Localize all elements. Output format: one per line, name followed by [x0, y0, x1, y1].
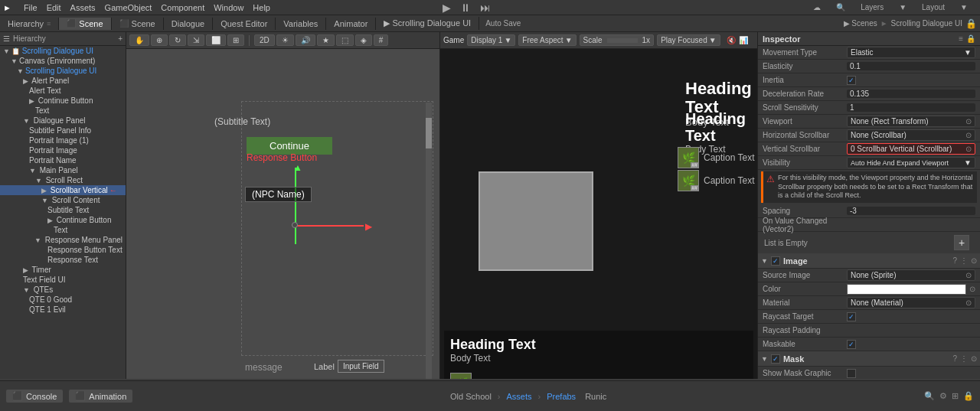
hierarchy-continue-btn[interactable]: ▶ Continue Button [0, 96, 126, 106]
raycast-target-checkbox[interactable]: ✓ [847, 312, 856, 321]
hierarchy-text-field-ui[interactable]: Text Field UI [0, 275, 126, 285]
hierarchy-scrollbar-vertical[interactable]: ▶ Scrollbar Vertical ← [0, 185, 126, 195]
hierarchy-alert-panel[interactable]: ▶ Alert Panel [0, 76, 126, 86]
console-tab[interactable]: ⬛ Console [6, 390, 63, 403]
tab-hierarchy[interactable]: Hierarchy ≡ [0, 18, 59, 30]
search-icon[interactable]: 🔍 [836, 3, 845, 11]
color-dot-icon[interactable]: ⊙ [969, 285, 975, 293]
scene-scrollbar[interactable] [426, 103, 432, 379]
animation-tab[interactable]: ⬛ Animation [69, 390, 132, 403]
tab-menu-icon[interactable]: ≡ [47, 20, 51, 28]
image-checkbox[interactable]: ✓ [771, 256, 780, 266]
bottom-search-icon[interactable]: 🔍 [924, 391, 935, 401]
pause-button[interactable]: ⏸ [457, 0, 474, 15]
v-scrollbar-value[interactable]: 0 Scrollbar Vertical (Scrollbar) ⊙ [847, 143, 975, 155]
hierarchy-main-panel[interactable]: ▼ Main Panel [0, 165, 126, 175]
layout-dropdown[interactable]: Layout [922, 3, 945, 11]
hierarchy-text-2[interactable]: Text [0, 225, 126, 235]
show-mask-checkbox[interactable] [847, 369, 856, 378]
hierarchy-text[interactable]: Text [0, 106, 126, 116]
scene-scale-tool[interactable]: ⇲ [188, 34, 204, 46]
hierarchy-options[interactable]: + [118, 34, 122, 43]
hierarchy-scrolling-dialogue-ui[interactable]: ▼ 📋 Scrolling Dialogue UI [0, 46, 126, 56]
hierarchy-scrolling-dialogue-ui-2[interactable]: ▼ Scrolling Dialogue UI [0, 66, 126, 76]
display-dropdown[interactable]: Display 1 ▼ [467, 34, 515, 46]
material-value[interactable]: None (Material) ⊙ [847, 297, 975, 308]
layers-dropdown[interactable]: Layers [861, 3, 884, 11]
scene-hand-tool[interactable]: ✋ [129, 34, 149, 46]
hierarchy-continue-btn-2[interactable]: ▶ Continue Button [0, 215, 126, 225]
scale-slider[interactable] [607, 38, 638, 43]
menu-edit[interactable]: Edit [47, 3, 61, 12]
image-dot-icon[interactable]: ⊙ [971, 256, 977, 265]
scene-light-btn[interactable]: ☀ [276, 34, 294, 46]
assets-path[interactable]: Assets [507, 392, 532, 401]
step-button[interactable]: ⏭ [477, 0, 494, 15]
hierarchy-dialogue-panel[interactable]: ▼ Dialogue Panel [0, 116, 126, 126]
tab-quest-editor[interactable]: Quest Editor [213, 18, 276, 30]
movement-type-value[interactable]: Elastic ▼ [847, 47, 975, 58]
bottom-grid-icon[interactable]: ⊞ [952, 391, 959, 401]
image-settings-icon[interactable]: ⋮ [960, 256, 968, 265]
scene-grid-btn[interactable]: # [374, 34, 389, 46]
deceleration-value[interactable]: 0.135 [847, 90, 975, 98]
mask-dot-icon[interactable]: ⊙ [971, 354, 977, 363]
spacing-value[interactable]: -3 [847, 207, 975, 215]
mask-section-header[interactable]: ▼ ✓ Mask ? ⋮ ⊙ [758, 351, 980, 367]
image-help-icon[interactable]: ? [952, 256, 957, 265]
hierarchy-scroll-content[interactable]: ▼ Scroll Content [0, 195, 126, 205]
lock-icon[interactable]: 🔒 [965, 18, 977, 29]
menu-component[interactable]: Component [161, 3, 204, 12]
scroll-sensitivity-value[interactable]: 1 [847, 103, 975, 112]
scene-2d-btn[interactable]: 2D [254, 34, 275, 46]
hierarchy-canvas-env[interactable]: ▼ Canvas (Environment) [0, 56, 126, 66]
hierarchy-portrait-img-1[interactable]: Portrait Image (1) [0, 135, 126, 145]
scale-dropdown[interactable]: Scale 1x [580, 34, 655, 46]
hierarchy-response-btn-text[interactable]: Response Button Text [0, 245, 126, 255]
hierarchy-portrait-img[interactable]: Portrait Image [0, 145, 126, 155]
hierarchy-alert-text[interactable]: Alert Text [0, 86, 126, 96]
visibility-value[interactable]: Auto Hide And Expand Viewport ▼ [847, 157, 975, 168]
mask-checkbox[interactable]: ✓ [771, 354, 780, 364]
mask-settings-icon[interactable]: ⋮ [960, 354, 968, 363]
hierarchy-scroll-rect[interactable]: ▼ Scroll Rect [0, 175, 126, 185]
tab-variables[interactable]: Variables [276, 18, 326, 30]
scene-sprite-btn[interactable]: ◈ [355, 34, 372, 46]
mute-icon[interactable]: 🔇 [727, 36, 736, 44]
scene-fx-btn[interactable]: ★ [317, 34, 335, 46]
inspector-lock-icon[interactable]: 🔒 [966, 34, 975, 43]
maskable-checkbox[interactable]: ✓ [847, 340, 856, 349]
tab-scene2[interactable]: ⬛ Scene [112, 18, 164, 30]
viewport-value[interactable]: None (Rect Transform) ⊙ [847, 116, 975, 127]
bottom-settings-icon[interactable]: ⚙ [939, 391, 947, 401]
hierarchy-response-menu[interactable]: ▼ Response Menu Panel [0, 235, 126, 245]
hierarchy-portrait-name[interactable]: Portrait Name [0, 155, 126, 165]
scene-rect-tool[interactable]: ⬜ [206, 34, 226, 46]
hierarchy-qte-good[interactable]: QTE 0 Good [0, 295, 126, 305]
tab-dialogue[interactable]: Dialogue [164, 18, 213, 30]
hierarchy-response-text[interactable]: Response Text [0, 255, 126, 265]
hierarchy-timer[interactable]: ▶ Timer [0, 265, 126, 275]
menu-file[interactable]: File [24, 3, 38, 12]
scene-rotate-tool[interactable]: ↻ [169, 34, 186, 46]
h-scrollbar-value[interactable]: None (Scrollbar) ⊙ [847, 129, 975, 141]
scene-input-field-box[interactable]: Input Field [338, 360, 384, 373]
inspector-menu-icon[interactable]: ≡ [959, 34, 963, 43]
prefabs-path[interactable]: Prefabs [547, 392, 576, 401]
aspect-dropdown[interactable]: Free Aspect ▼ [518, 34, 576, 46]
play-button[interactable]: ▶ [439, 0, 454, 15]
menu-window[interactable]: Window [214, 3, 243, 12]
hierarchy-subtitle-text[interactable]: Subtitle Text [0, 205, 126, 215]
hierarchy-subtitle-panel[interactable]: Subtitle Panel Info [0, 126, 126, 135]
mask-help-icon[interactable]: ? [952, 354, 957, 363]
scene-scene-btn[interactable]: ⬚ [336, 34, 354, 46]
tab-animator[interactable]: Animator [326, 18, 376, 30]
color-picker[interactable] [847, 284, 966, 295]
stats-icon[interactable]: 📊 [739, 36, 748, 44]
elasticity-value[interactable]: 0.1 [847, 62, 975, 70]
tab-scene[interactable]: ⬛ Scene [59, 18, 111, 30]
image-section-header[interactable]: ▼ ✓ Image ? ⋮ ⊙ [758, 253, 980, 269]
source-image-value[interactable]: None (Sprite) ⊙ [847, 269, 975, 281]
menu-assets[interactable]: Assets [70, 3, 96, 12]
menu-help[interactable]: Help [253, 3, 270, 12]
